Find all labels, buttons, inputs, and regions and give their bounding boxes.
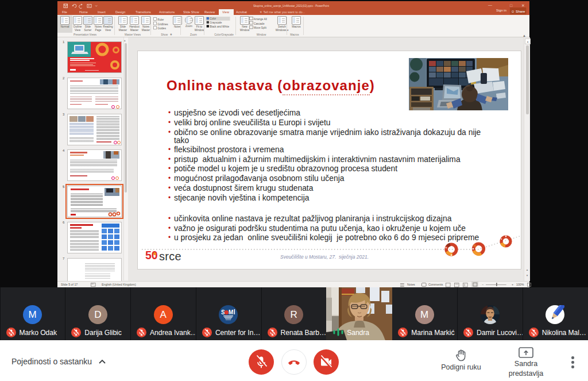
svg-text:M: M	[229, 309, 233, 315]
